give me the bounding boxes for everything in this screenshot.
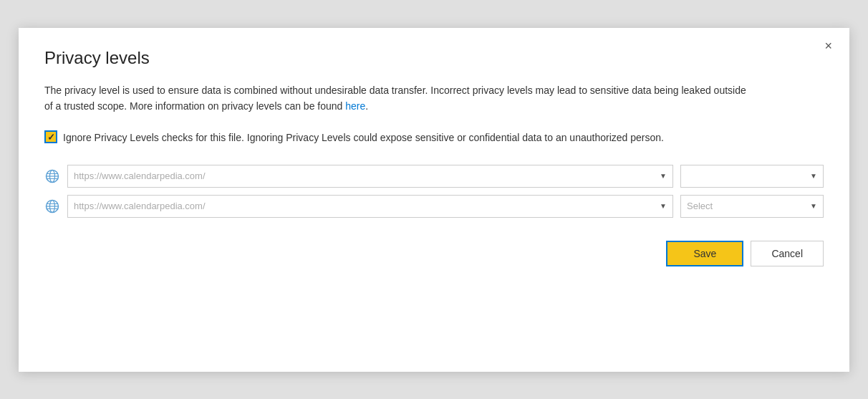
url-dropdown-1-arrow: ▼ bbox=[660, 172, 667, 180]
globe-icon-2 bbox=[44, 198, 60, 214]
dialog-title: Privacy levels bbox=[44, 48, 824, 68]
globe-icon-1 bbox=[44, 168, 60, 184]
data-source-row-2: https://www.calendarpedia.com/ ▼ Select … bbox=[44, 195, 824, 218]
privacy-dropdown-2-text: Select bbox=[687, 201, 810, 211]
url-dropdown-2-text: https://www.calendarpedia.com/ bbox=[74, 201, 660, 211]
save-button[interactable]: Save bbox=[666, 241, 743, 266]
url-dropdown-2-arrow: ▼ bbox=[660, 202, 667, 210]
here-link[interactable]: here bbox=[345, 100, 365, 112]
privacy-dropdown-1-arrow: ▼ bbox=[810, 172, 817, 180]
checkmark-icon: ✓ bbox=[47, 133, 55, 142]
description-text-end: . bbox=[365, 100, 368, 112]
ignore-privacy-checkbox[interactable]: ✓ bbox=[44, 130, 57, 143]
close-button[interactable]: × bbox=[820, 38, 836, 54]
privacy-dropdown-2[interactable]: Select ▼ bbox=[680, 195, 824, 218]
privacy-dropdown-2-arrow: ▼ bbox=[810, 202, 817, 210]
dialog-description: The privacy level is used to ensure data… bbox=[44, 82, 746, 115]
privacy-dropdown-1[interactable]: ▼ bbox=[680, 165, 824, 188]
privacy-levels-dialog: × Privacy levels The privacy level is us… bbox=[19, 28, 849, 372]
dialog-footer: Save Cancel bbox=[44, 241, 824, 266]
url-dropdown-1-text: https://www.calendarpedia.com/ bbox=[74, 170, 660, 181]
url-dropdown-2[interactable]: https://www.calendarpedia.com/ ▼ bbox=[67, 195, 673, 218]
ignore-privacy-row: ✓ Ignore Privacy Levels checks for this … bbox=[44, 130, 824, 145]
data-source-row-1: https://www.calendarpedia.com/ ▼ ▼ bbox=[44, 165, 824, 188]
checkbox-wrapper: ✓ bbox=[44, 130, 57, 143]
checkbox-label: Ignore Privacy Levels checks for this fi… bbox=[63, 130, 664, 145]
url-dropdown-1[interactable]: https://www.calendarpedia.com/ ▼ bbox=[67, 165, 673, 188]
description-text-part1: The privacy level is used to ensure data… bbox=[44, 85, 746, 112]
data-sources-section: https://www.calendarpedia.com/ ▼ ▼ h bbox=[44, 165, 824, 218]
cancel-button[interactable]: Cancel bbox=[751, 241, 824, 266]
